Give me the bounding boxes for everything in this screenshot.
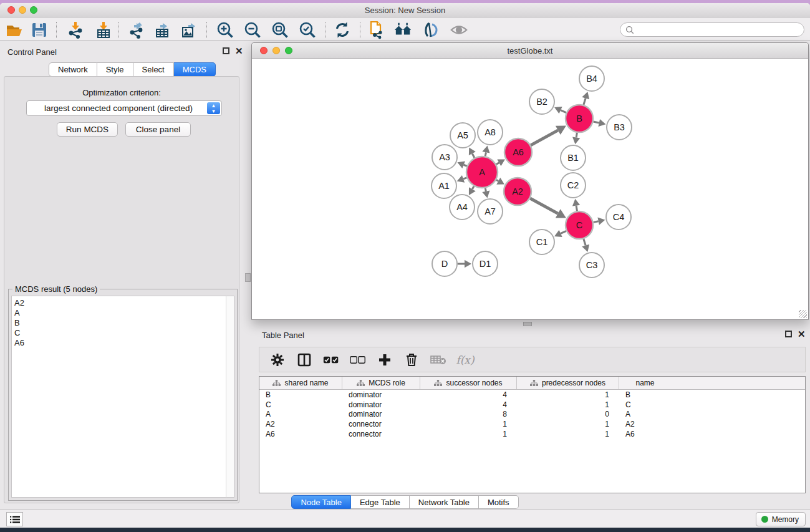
graph-node-label: B xyxy=(576,114,582,123)
edge-A-A3[interactable] xyxy=(464,165,467,166)
float-panel-icon[interactable] xyxy=(785,331,792,337)
save-session-icon[interactable] xyxy=(30,21,49,39)
mcds-result-item[interactable]: A xyxy=(14,308,226,318)
table-row[interactable]: Cdominator41C xyxy=(259,400,805,410)
task-history-button[interactable] xyxy=(6,512,23,526)
columns-icon[interactable] xyxy=(296,352,312,368)
graph-node-label: A6 xyxy=(513,147,524,157)
column-header-successor-nodes[interactable]: successor nodes xyxy=(420,377,517,389)
select-all-icon[interactable] xyxy=(323,352,339,368)
tab-motifs[interactable]: Motifs xyxy=(479,495,519,509)
table-row[interactable]: Bdominator41B xyxy=(259,390,805,400)
function-icon[interactable]: f(x) xyxy=(457,352,473,368)
float-panel-icon[interactable] xyxy=(223,47,229,54)
column-header-shared-name[interactable]: shared name xyxy=(259,377,342,389)
mcds-result-item[interactable]: B xyxy=(14,318,226,328)
export-network-icon[interactable] xyxy=(127,21,146,39)
search-input[interactable] xyxy=(620,22,804,37)
export-table-icon[interactable] xyxy=(153,21,172,39)
application-window: Session: New Session xyxy=(0,3,810,528)
tab-node-table[interactable]: Node Table xyxy=(291,495,351,509)
edge-A-A4[interactable] xyxy=(472,186,474,190)
open-file-icon[interactable] xyxy=(5,21,24,39)
search-field[interactable] xyxy=(634,24,804,36)
cell-name: A xyxy=(619,410,671,418)
run-mcds-button[interactable]: Run MCDS xyxy=(57,122,118,137)
edge-B-B2[interactable] xyxy=(561,110,566,113)
table-row[interactable]: Adominator80A xyxy=(259,410,805,420)
edge-A-A6[interactable] xyxy=(496,163,499,165)
edge-C-C4[interactable] xyxy=(594,221,599,223)
deselect-all-icon[interactable] xyxy=(350,352,366,368)
refresh-icon[interactable] xyxy=(333,21,352,39)
mcds-result-item[interactable]: A2 xyxy=(14,298,226,308)
edge-A6-B[interactable] xyxy=(531,130,558,145)
mcds-result-item[interactable]: C xyxy=(14,328,226,338)
mcds-result-item[interactable]: A6 xyxy=(14,338,226,348)
cell-successor_nodes: 8 xyxy=(420,410,517,418)
trash-icon[interactable] xyxy=(403,352,420,368)
graph-node-label: D xyxy=(441,259,448,269)
tab-style[interactable]: Style xyxy=(97,62,133,77)
edge-A-A7[interactable] xyxy=(485,188,486,191)
criterion-dropdown[interactable]: largest connected component (directed) ▲… xyxy=(26,100,222,116)
column-header-name[interactable]: name xyxy=(619,377,671,389)
zoom-selected-icon[interactable] xyxy=(298,21,317,39)
import-network-icon[interactable] xyxy=(66,21,85,39)
zoom-out-icon[interactable] xyxy=(243,21,262,39)
close-panel-icon[interactable]: ✕ xyxy=(798,331,806,337)
edge-B-B1[interactable] xyxy=(576,133,577,138)
table-row[interactable]: A6connector11A6 xyxy=(259,429,805,439)
close-panel-button[interactable]: Close panel xyxy=(125,122,191,137)
clone-network-icon[interactable] xyxy=(367,21,386,39)
edge-C-C2[interactable] xyxy=(576,206,577,211)
tab-edge-table[interactable]: Edge Table xyxy=(351,495,410,509)
edge-A-A5[interactable] xyxy=(472,153,475,158)
edge-A-A8[interactable] xyxy=(485,152,486,156)
window-resize-grip[interactable] xyxy=(799,310,807,318)
column-header-predecessor-nodes[interactable]: predecessor nodes xyxy=(517,377,619,389)
horizontal-splitter-handle[interactable] xyxy=(523,322,532,326)
delete-table-icon[interactable] xyxy=(430,352,446,368)
control-panel-buttons: ✕ xyxy=(223,47,243,54)
edge-B-B3[interactable] xyxy=(593,122,599,123)
graph-node-label: C1 xyxy=(536,237,548,247)
search-icon xyxy=(625,26,634,34)
node-table[interactable]: shared nameMCDS rolesuccessor nodesprede… xyxy=(259,376,806,493)
network-canvas[interactable]: B4B2BB3A5A8A6B1A3AA1C2A2A4A7C4CC1DD1C3 xyxy=(253,59,808,319)
table-row[interactable]: A2connector11A2 xyxy=(259,419,805,429)
cell-predecessor_nodes: 0 xyxy=(517,410,619,418)
mcds-result-list[interactable]: A2ABCA6 xyxy=(11,296,227,498)
tab-network[interactable]: Network xyxy=(49,62,97,77)
mcds-list-scrollbar[interactable] xyxy=(226,296,234,498)
mcds-result-group: MCDS result (5 nodes) A2ABCA6 xyxy=(8,289,238,501)
shared-attribute-icon xyxy=(530,380,538,387)
vertical-splitter-handle[interactable] xyxy=(245,273,251,282)
tab-select[interactable]: Select xyxy=(133,62,174,77)
zoom-in-icon[interactable] xyxy=(216,21,234,39)
import-table-icon[interactable] xyxy=(94,21,113,39)
zoom-fit-icon[interactable] xyxy=(271,21,289,39)
edge-A-A2[interactable] xyxy=(496,180,498,181)
memory-button[interactable]: Memory xyxy=(756,512,806,526)
export-image-icon[interactable] xyxy=(180,21,199,39)
network-window-titlebar[interactable]: testGlobe.txt xyxy=(252,43,808,59)
add-icon[interactable] xyxy=(377,352,393,368)
cell-mcds_role: connector xyxy=(342,420,420,428)
eye-icon[interactable] xyxy=(450,21,468,39)
column-header-MCDS-role[interactable]: MCDS role xyxy=(342,377,420,389)
edge-B-B4[interactable] xyxy=(584,98,586,105)
network-graph[interactable]: B4B2BB3A5A8A6B1A3AA1C2A2A4A7C4CC1DD1C3 xyxy=(253,59,808,319)
edge-C-C1[interactable] xyxy=(561,231,566,233)
gear-icon[interactable] xyxy=(269,352,286,368)
cell-name: A2 xyxy=(619,420,671,428)
edge-C-C3[interactable] xyxy=(584,239,586,246)
edge-A2-C[interactable] xyxy=(530,198,558,213)
style-visibility-icon[interactable] xyxy=(422,21,440,39)
edge-A-A1[interactable] xyxy=(463,178,466,179)
close-panel-icon[interactable]: ✕ xyxy=(235,47,243,54)
tab-network-table[interactable]: Network Table xyxy=(410,495,479,509)
home-icon[interactable] xyxy=(394,21,413,39)
tab-mcds[interactable]: MCDS xyxy=(174,62,216,77)
table-panel-buttons: ✕ xyxy=(785,331,806,337)
